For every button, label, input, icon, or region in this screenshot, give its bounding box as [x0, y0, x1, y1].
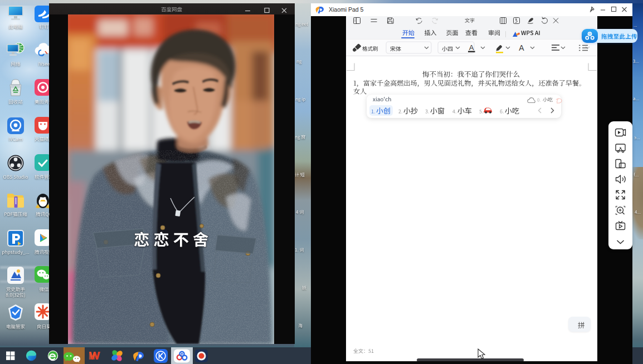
svg-text:A: A: [469, 43, 474, 52]
svg-text:A: A: [519, 43, 524, 52]
